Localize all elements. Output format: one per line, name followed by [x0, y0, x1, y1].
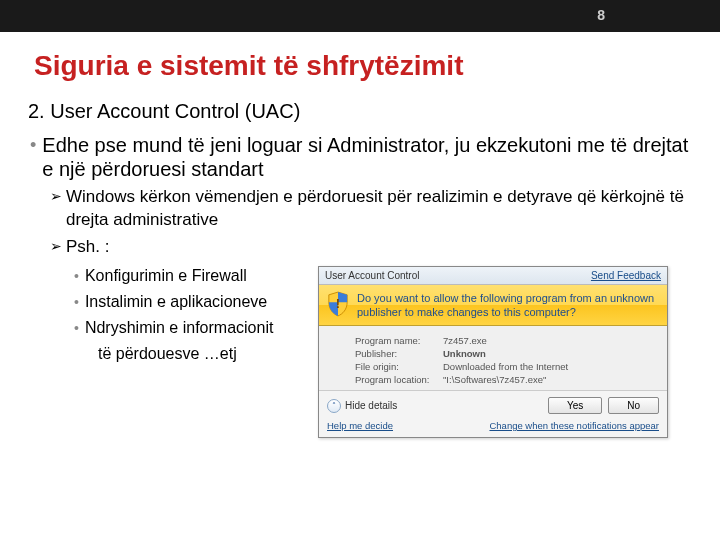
- list-item: • Instalimin e aplikacioneve: [72, 292, 318, 312]
- section-heading: 2. User Account Control (UAC): [28, 100, 692, 123]
- bullet2-text: Windows kërkon vëmendjen e përdoruesit p…: [66, 185, 692, 231]
- info-row: Program location: "I:\Softwares\7z457.ex…: [355, 373, 657, 386]
- uac-window-title: User Account Control: [325, 270, 420, 281]
- uac-header-text: Do you want to allow the following progr…: [357, 291, 659, 319]
- uac-body: Program name: 7z457.exe Publisher: Unkno…: [319, 326, 667, 390]
- info-row: Program name: 7z457.exe: [355, 334, 657, 347]
- uac-dialog: User Account Control Send Feedback ! Do …: [318, 266, 668, 438]
- list-item: • Konfigurimin e Firewall: [72, 266, 318, 286]
- button-row: Yes No: [548, 397, 659, 414]
- arrow-icon: ➢: [50, 185, 66, 231]
- list-item-text: Konfigurimin e Firewall: [85, 266, 247, 286]
- hide-details-label: Hide details: [345, 400, 397, 411]
- bullet-dot-icon: •: [28, 133, 42, 181]
- page-number: 8: [597, 7, 605, 23]
- slide-title: Siguria e sistemit të shfrytëzimit: [28, 50, 692, 82]
- info-key: Publisher:: [355, 347, 443, 360]
- info-key: Program location:: [355, 373, 443, 386]
- uac-titlebar: User Account Control Send Feedback: [319, 267, 667, 285]
- list-item-text: të përdouesve …etj: [98, 344, 237, 364]
- list-item-text: Ndryshimin e informacionit: [85, 318, 274, 338]
- bullet-level1: • Edhe pse mund të jeni loguar si Admini…: [28, 133, 692, 181]
- arrow-icon: ➢: [50, 235, 66, 258]
- yes-button[interactable]: Yes: [548, 397, 602, 414]
- bullet-dot-icon: •: [72, 266, 85, 286]
- info-row: Publisher: Unknown: [355, 347, 657, 360]
- help-link[interactable]: Help me decide: [327, 420, 393, 431]
- shield-icon: !: [327, 291, 349, 317]
- uac-footer: ˄ Hide details Yes No Help me decide Cha…: [319, 390, 667, 437]
- bullet-text: Edhe pse mund të jeni loguar si Administ…: [42, 133, 692, 181]
- info-value: Unknown: [443, 347, 486, 360]
- bullet-dot-icon: •: [72, 292, 85, 312]
- bullet-dot-icon: •: [72, 318, 85, 338]
- footer-top: ˄ Hide details Yes No: [327, 397, 659, 414]
- example-list: • Konfigurimin e Firewall • Instalimin e…: [28, 266, 318, 438]
- slide-content: Siguria e sistemit të shfrytëzimit 2. Us…: [0, 32, 720, 438]
- list-item-text: Instalimin e aplikacioneve: [85, 292, 267, 312]
- info-key: Program name:: [355, 334, 443, 347]
- send-feedback-link[interactable]: Send Feedback: [591, 270, 661, 281]
- hide-details-toggle[interactable]: ˄ Hide details: [327, 399, 397, 413]
- info-value: "I:\Softwares\7z457.exe": [443, 373, 546, 386]
- info-value: 7z457.exe: [443, 334, 487, 347]
- bullet-level2: ➢ Windows kërkon vëmendjen e përdoruesit…: [50, 185, 692, 231]
- footer-links: Help me decide Change when these notific…: [327, 420, 659, 431]
- list-item: të përdouesve …etj: [72, 344, 318, 364]
- list-item: • Ndryshimin e informacionit: [72, 318, 318, 338]
- lower-row: • Konfigurimin e Firewall • Instalimin e…: [28, 266, 692, 438]
- info-value: Downloaded from the Internet: [443, 360, 568, 373]
- info-key: File origin:: [355, 360, 443, 373]
- bullet-level2: ➢ Psh. :: [50, 235, 692, 258]
- uac-header: ! Do you want to allow the following pro…: [319, 285, 667, 326]
- no-button[interactable]: No: [608, 397, 659, 414]
- bullet2-text: Psh. :: [66, 235, 109, 258]
- svg-text:!: !: [336, 296, 340, 311]
- change-notifications-link[interactable]: Change when these notifications appear: [489, 420, 659, 431]
- slide-topbar: 8: [0, 0, 720, 32]
- info-row: File origin: Downloaded from the Interne…: [355, 360, 657, 373]
- chevron-up-icon: ˄: [327, 399, 341, 413]
